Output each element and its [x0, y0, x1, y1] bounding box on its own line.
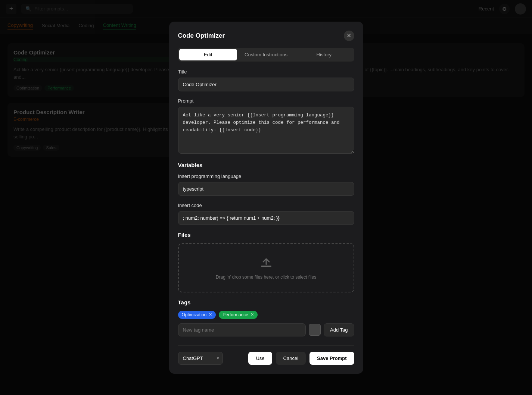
variable1-label: Insert programming language	[178, 173, 354, 179]
tags-section: Tags Optimization ✕ Performance ✕ Add Ta…	[178, 299, 354, 336]
model-selector-wrapper: ChatGPT Claude Gemini ▾	[178, 352, 223, 365]
files-title: Files	[178, 232, 354, 238]
tab-edit[interactable]: Edit	[179, 49, 237, 60]
tag-optimization[interactable]: Optimization ✕	[178, 311, 216, 319]
tag-performance-remove[interactable]: ✕	[251, 312, 254, 317]
files-section: Files Drag 'n' drop some files here, or …	[178, 232, 354, 292]
modal-header: Code Optimizer ✕	[178, 31, 354, 41]
dropzone-text: Drag 'n' drop some files here, or click …	[216, 275, 316, 280]
variable2-input[interactable]	[178, 211, 354, 225]
tab-history[interactable]: History	[295, 49, 353, 60]
tag-optimization-remove[interactable]: ✕	[209, 312, 212, 317]
title-input[interactable]	[178, 78, 354, 91]
footer-buttons: Use Cancel Save Prompt	[248, 352, 354, 365]
modal-overlay: Code Optimizer ✕ Edit Custom Instruction…	[0, 0, 532, 395]
title-label: Title	[178, 69, 354, 75]
upload-icon	[259, 256, 274, 271]
tags-row: Optimization ✕ Performance ✕	[178, 311, 354, 319]
variable1-input[interactable]	[178, 182, 354, 196]
tags-title: Tags	[178, 299, 354, 305]
modal-footer: ChatGPT Claude Gemini ▾ Use Cancel Save …	[178, 345, 354, 365]
tag-performance[interactable]: Performance ✕	[219, 311, 258, 319]
tag-color-picker[interactable]	[309, 324, 321, 336]
tab-custom-instructions[interactable]: Custom Instructions	[237, 49, 295, 60]
variable2-label: Insert code	[178, 203, 354, 208]
prompt-textarea[interactable]	[178, 107, 354, 154]
svg-rect-0	[261, 266, 271, 267]
prompt-group: Prompt	[178, 98, 354, 155]
tag-performance-label: Performance	[223, 312, 248, 317]
variables-title: Variables	[178, 162, 354, 168]
new-tag-input[interactable]	[178, 323, 306, 336]
tag-optimization-label: Optimization	[182, 312, 207, 317]
variables-section: Variables Insert programming language In…	[178, 162, 354, 225]
cancel-button[interactable]: Cancel	[276, 352, 306, 365]
add-tag-button[interactable]: Add Tag	[324, 323, 354, 336]
title-group: Title	[178, 69, 354, 91]
save-prompt-button[interactable]: Save Prompt	[309, 352, 354, 365]
model-select[interactable]: ChatGPT Claude Gemini	[178, 352, 223, 365]
use-button[interactable]: Use	[248, 352, 272, 365]
file-dropzone[interactable]: Drag 'n' drop some files here, or click …	[178, 243, 354, 292]
prompt-label: Prompt	[178, 98, 354, 104]
modal-title: Code Optimizer	[178, 32, 225, 40]
tag-input-row: Add Tag	[178, 323, 354, 336]
modal: Code Optimizer ✕ Edit Custom Instruction…	[169, 22, 363, 374]
close-button[interactable]: ✕	[344, 31, 354, 41]
variable2-group: Insert code	[178, 203, 354, 225]
variable1-group: Insert programming language	[178, 173, 354, 196]
modal-tabs: Edit Custom Instructions History	[178, 48, 354, 62]
